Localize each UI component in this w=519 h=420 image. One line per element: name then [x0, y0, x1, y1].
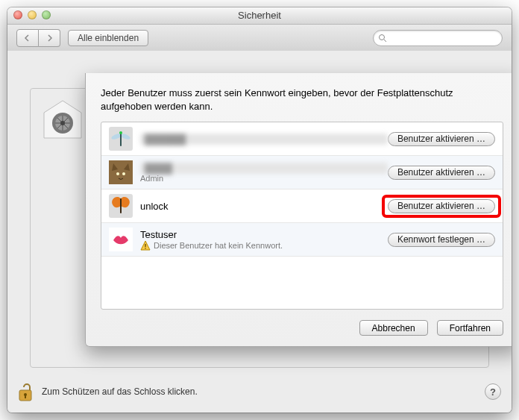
- dragonfly-icon: [109, 127, 133, 151]
- svg-point-17: [116, 172, 119, 175]
- user-row: ██████ Benutzer aktivieren …: [101, 122, 503, 156]
- search-input[interactable]: [390, 32, 505, 44]
- preferences-window: Sicherheit Alle einblenden en …: [7, 7, 512, 413]
- search-field[interactable]: [373, 30, 503, 46]
- back-button[interactable]: [16, 29, 39, 47]
- close-window-button[interactable]: [13, 10, 22, 19]
- cat-icon: [109, 160, 133, 184]
- user-name: unlock: [140, 201, 388, 212]
- nav-segment: [16, 29, 60, 47]
- user-row: Testuser Dieser Benutzer hat kein Kennwo…: [101, 223, 503, 257]
- svg-line-1: [384, 40, 386, 42]
- highlight-marker: Benutzer aktivieren …: [388, 199, 495, 213]
- footer: Zum Schützen auf das Schloss klicken. ?: [18, 381, 501, 402]
- show-all-button[interactable]: Alle einblenden: [68, 30, 148, 46]
- svg-rect-12: [120, 133, 122, 146]
- filevault-icon: [41, 98, 84, 141]
- user-name-blurred: ████: [140, 163, 388, 174]
- help-button[interactable]: ?: [485, 383, 501, 400]
- user-avatar: [109, 160, 133, 184]
- user-warning: Dieser Benutzer hat kein Kennwort.: [140, 240, 388, 251]
- user-avatar: [109, 194, 133, 218]
- svg-point-0: [380, 35, 385, 40]
- content-area: en … Jeder Benutzer muss zuerst sein Ken…: [7, 51, 512, 413]
- zoom-window-button[interactable]: [42, 10, 51, 19]
- warning-icon: [140, 240, 151, 251]
- sheet-message: Jeder Benutzer muss zuerst sein Kennwort…: [101, 87, 503, 113]
- window-controls: [13, 10, 51, 19]
- set-password-button[interactable]: Kennwort festlegen …: [388, 233, 495, 247]
- minimize-window-button[interactable]: [28, 10, 37, 19]
- lock-hint-text: Zum Schützen auf das Schloss klicken.: [42, 386, 198, 397]
- continue-button[interactable]: Fortfahren: [437, 320, 503, 336]
- user-avatar: [109, 228, 133, 251]
- svg-rect-19: [120, 198, 122, 213]
- lips-icon: [109, 228, 133, 251]
- enable-user-button[interactable]: Benutzer aktivieren …: [388, 166, 495, 180]
- cancel-button[interactable]: Abbrechen: [359, 320, 428, 336]
- lock-open-icon[interactable]: [18, 381, 36, 402]
- toolbar: Alle einblenden: [7, 25, 512, 52]
- forward-button[interactable]: [39, 29, 60, 47]
- user-row: ████ Admin Benutzer aktivieren …: [101, 156, 503, 189]
- svg-rect-14: [109, 160, 133, 184]
- user-name-cell: Testuser Dieser Benutzer hat kein Kennwo…: [140, 229, 388, 251]
- user-row: unlock Benutzer aktivieren …: [101, 189, 503, 223]
- chevron-left-icon: [24, 34, 31, 42]
- user-avatar: [109, 127, 133, 151]
- enable-users-sheet: Jeder Benutzer muss zuerst sein Kennwort…: [85, 73, 512, 347]
- enable-user-button[interactable]: Benutzer aktivieren …: [388, 199, 495, 213]
- titlebar: Sicherheit: [7, 7, 512, 25]
- chevron-right-icon: [45, 34, 53, 42]
- svg-rect-26: [25, 395, 26, 398]
- user-name: Testuser: [140, 229, 388, 240]
- window-title: Sicherheit: [238, 10, 281, 21]
- user-name-blurred: ██████: [140, 134, 388, 145]
- sheet-buttons: Abbrechen Fortfahren: [101, 320, 503, 336]
- user-list: ██████ Benutzer aktivieren … ████ Admin …: [101, 122, 503, 310]
- svg-rect-22: [145, 244, 145, 247]
- user-name-cell: unlock: [140, 201, 388, 212]
- svg-point-13: [119, 131, 122, 134]
- svg-point-9: [60, 121, 65, 125]
- user-name-cell: ██████: [140, 134, 388, 145]
- user-name-cell: ████ Admin: [140, 163, 388, 183]
- svg-rect-23: [145, 248, 145, 248]
- enable-user-button[interactable]: Benutzer aktivieren …: [388, 132, 495, 146]
- search-icon: [378, 34, 387, 43]
- user-role: Admin: [140, 174, 388, 183]
- svg-point-18: [122, 172, 125, 175]
- butterfly-icon: [109, 194, 133, 218]
